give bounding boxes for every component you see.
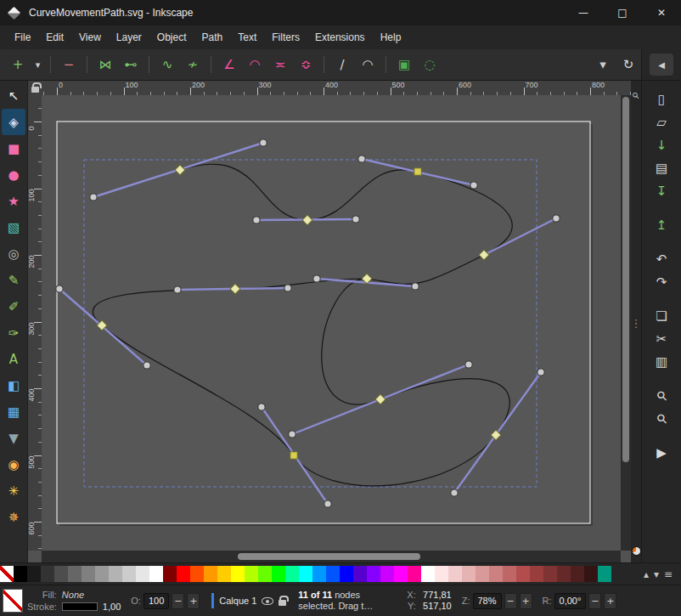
- horizontal-ruler[interactable]: 0100200300400500600700800: [42, 81, 631, 95]
- fill-value[interactable]: None: [62, 590, 98, 600]
- handle-end[interactable]: [289, 431, 295, 438]
- palette-swatch[interactable]: [408, 566, 421, 582]
- palette-swatch[interactable]: [217, 566, 231, 582]
- node-auto-button[interactable]: ≎: [293, 53, 318, 76]
- path-node[interactable]: [414, 168, 421, 175]
- palette-swatch[interactable]: [190, 566, 204, 582]
- stroke-color-swatch[interactable]: [62, 602, 98, 611]
- tool-text-button[interactable]: A: [2, 346, 25, 372]
- menu-path[interactable]: Path: [194, 28, 231, 47]
- insert-node-button[interactable]: +: [5, 53, 31, 76]
- handle-end[interactable]: [451, 489, 458, 496]
- palette-swatch[interactable]: [435, 566, 448, 582]
- tool-mesh-button[interactable]: ▦: [2, 398, 25, 425]
- tool-spiral-button[interactable]: ◎: [2, 240, 25, 267]
- tool-node-editor-button[interactable]: ◈: [2, 109, 25, 135]
- zoom-indicator-icon[interactable]: ⚲: [631, 90, 642, 101]
- tool-fill-bucket-button[interactable]: ◉: [2, 451, 25, 478]
- fill-indicator-none[interactable]: [3, 589, 23, 613]
- palette-swatch[interactable]: [136, 566, 149, 582]
- palette-swatch[interactable]: [421, 566, 435, 582]
- palette-swatch[interactable]: [489, 566, 503, 582]
- canvas[interactable]: [42, 95, 621, 551]
- menu-layer[interactable]: Layer: [109, 28, 149, 47]
- palette-scroll-down-button[interactable]: ▾: [654, 568, 659, 580]
- palette-swatch[interactable]: [312, 566, 326, 582]
- import-button[interactable]: ↧: [648, 179, 675, 202]
- vertical-scrollbar-thumb[interactable]: [622, 97, 629, 462]
- segment-line-button[interactable]: ∕: [329, 53, 355, 76]
- palette-swatch[interactable]: [326, 566, 340, 582]
- menu-filters[interactable]: Filters: [264, 28, 307, 47]
- palette-swatch[interactable]: [122, 566, 136, 582]
- palette-swatch[interactable]: [204, 566, 217, 582]
- palette-swatch[interactable]: [448, 566, 462, 582]
- tool-calligraphy-button[interactable]: ✑: [2, 319, 25, 346]
- menu-extensions[interactable]: Extensions: [307, 28, 373, 47]
- document-open-button[interactable]: ▱: [648, 110, 675, 133]
- document-print-button[interactable]: ▤: [648, 156, 675, 179]
- palette-swatch[interactable]: [394, 566, 408, 582]
- opacity-increase-button[interactable]: +: [187, 593, 200, 609]
- layer-name[interactable]: Calque 1: [219, 596, 256, 606]
- palette-swatch[interactable]: [231, 566, 245, 582]
- palette-swatch[interactable]: [245, 566, 258, 582]
- palette-swatch[interactable]: [476, 566, 489, 582]
- palette-swatch[interactable]: [299, 566, 312, 582]
- vertical-ruler[interactable]: 0100200300400500600: [28, 95, 42, 551]
- handle-end[interactable]: [174, 286, 181, 293]
- undo-button[interactable]: ↶: [648, 247, 675, 270]
- handle-end[interactable]: [352, 216, 359, 223]
- toolbar-overflow-button[interactable]: ▾: [590, 53, 616, 76]
- redo-button[interactable]: ↷: [648, 270, 675, 293]
- node-smooth-button[interactable]: ◠: [242, 53, 267, 76]
- opacity-decrease-button[interactable]: −: [172, 593, 184, 609]
- handle-end[interactable]: [358, 155, 365, 162]
- export-button[interactable]: ↥: [648, 213, 675, 236]
- palette-swatch[interactable]: [14, 566, 27, 582]
- tool-pencil-button[interactable]: ✎: [2, 267, 25, 293]
- handle-end[interactable]: [324, 500, 331, 507]
- stroke-to-path-button[interactable]: ◌: [417, 53, 442, 76]
- handle-end[interactable]: [465, 361, 472, 368]
- palette-menu-button[interactable]: ≡: [664, 568, 673, 580]
- handle-end[interactable]: [553, 215, 560, 222]
- minimize-button[interactable]: —: [564, 0, 603, 25]
- palette-swatch-none[interactable]: [0, 566, 14, 582]
- tool-dropper-button[interactable]: ▼: [2, 425, 25, 451]
- dock-resize-handle[interactable]: ⋮: [631, 317, 642, 330]
- palette-swatch[interactable]: [516, 566, 530, 582]
- rotation-input[interactable]: 0,00°: [554, 593, 587, 609]
- paste-button[interactable]: ▥: [648, 350, 675, 373]
- zoom-input[interactable]: 78%: [473, 593, 502, 609]
- tool-ellipse-button[interactable]: ●: [2, 161, 25, 188]
- palette-swatch[interactable]: [462, 566, 476, 582]
- palette-swatch[interactable]: [54, 566, 68, 582]
- palette-swatch[interactable]: [584, 566, 598, 582]
- horizontal-scrollbar-thumb[interactable]: [238, 553, 420, 560]
- join-with-segment-button[interactable]: ∿: [155, 53, 180, 76]
- zoom-page-button[interactable]: ⚲: [648, 407, 675, 430]
- palette-swatch[interactable]: [95, 566, 109, 582]
- handle-end[interactable]: [90, 194, 97, 201]
- menu-help[interactable]: Help: [373, 28, 409, 47]
- handle-end[interactable]: [284, 285, 291, 291]
- layer-visibility-icon[interactable]: [262, 597, 273, 605]
- palette-swatch[interactable]: [503, 566, 516, 582]
- object-to-path-button[interactable]: ▣: [391, 53, 417, 76]
- handle-end[interactable]: [258, 404, 265, 410]
- palette-swatch[interactable]: [177, 566, 190, 582]
- palette-swatch[interactable]: [543, 566, 557, 582]
- handle-end[interactable]: [537, 369, 544, 376]
- palette-swatch[interactable]: [109, 566, 122, 582]
- menu-view[interactable]: View: [71, 28, 109, 47]
- palette-scroll-up-button[interactable]: ▴: [644, 568, 649, 580]
- horizontal-scrollbar[interactable]: [42, 551, 621, 562]
- tool-pen-button[interactable]: ✐: [2, 293, 25, 319]
- tool-star-button[interactable]: ★: [2, 188, 25, 214]
- maximize-button[interactable]: □: [603, 0, 642, 25]
- palette-swatch[interactable]: [571, 566, 584, 582]
- guides-lock-icon[interactable]: [31, 87, 39, 93]
- handle-end[interactable]: [144, 362, 150, 369]
- palette-swatch[interactable]: [27, 566, 41, 582]
